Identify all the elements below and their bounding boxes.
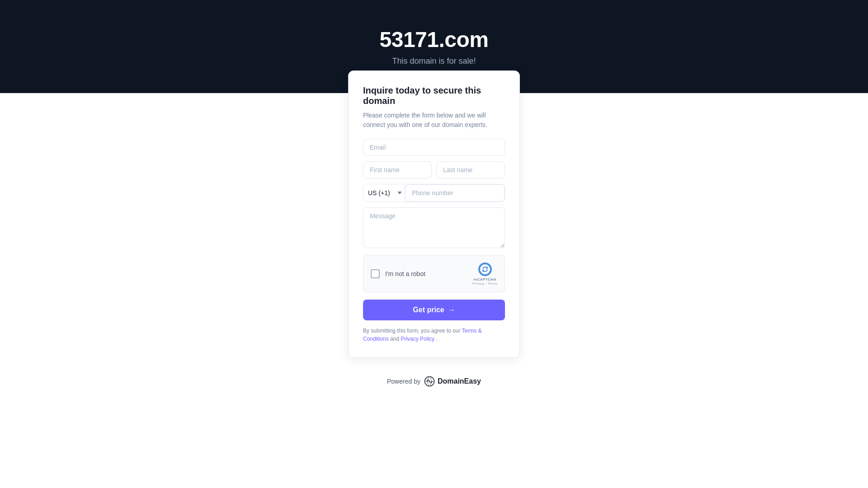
card-title: Inquire today to secure this domain [363, 85, 505, 106]
terms-prefix: By submitting this form, you agree to ou… [363, 328, 462, 334]
recaptcha-brand-text: reCAPTCHA [473, 277, 496, 282]
arrow-right-icon: → [448, 306, 455, 314]
email-input[interactable] [363, 139, 505, 156]
message-field-group [363, 207, 505, 250]
last-name-field-group [436, 161, 505, 178]
terms-period: . [436, 336, 437, 342]
first-name-input[interactable] [363, 161, 432, 178]
page-subtitle: This domain is for sale! [392, 56, 476, 66]
recaptcha-icon [478, 262, 492, 277]
captcha-widget: I'm not a robot reCAPTCHA Privacy - Term… [363, 255, 505, 292]
name-row [363, 161, 505, 178]
first-name-field-group [363, 161, 432, 178]
privacy-link[interactable]: Privacy Policy [401, 336, 434, 342]
inquiry-card: Inquire today to secure this domain Plea… [348, 70, 520, 358]
submit-label: Get price [413, 306, 444, 314]
powered-by-label: Powered by [387, 378, 420, 385]
phone-input[interactable] [405, 184, 505, 202]
terms-text: By submitting this form, you agree to ou… [363, 327, 505, 343]
card-description: Please complete the form below and we wi… [363, 111, 505, 130]
country-code-select[interactable]: US (+1) UK (+44) CA (+1) AU (+61) [363, 184, 405, 202]
domain-easy-logo: DomainEasy [424, 376, 481, 387]
captcha-right: reCAPTCHA Privacy - Terms [472, 262, 497, 286]
recaptcha-links-text: Privacy - Terms [472, 282, 497, 286]
phone-row: US (+1) UK (+44) CA (+1) AU (+61) [363, 184, 505, 202]
page-title: 53171.com [379, 27, 488, 52]
captcha-label: I'm not a robot [385, 270, 425, 277]
domain-easy-icon [424, 376, 435, 387]
submit-button[interactable]: Get price → [363, 300, 505, 320]
captcha-left: I'm not a robot [371, 269, 425, 278]
captcha-checkbox[interactable] [371, 269, 380, 278]
message-input[interactable] [363, 207, 505, 248]
terms-and: and [390, 336, 401, 342]
brand-name: DomainEasy [438, 377, 481, 385]
last-name-input[interactable] [436, 161, 505, 178]
powered-by-section: Powered by DomainEasy [387, 376, 481, 387]
email-field-group [363, 139, 505, 156]
